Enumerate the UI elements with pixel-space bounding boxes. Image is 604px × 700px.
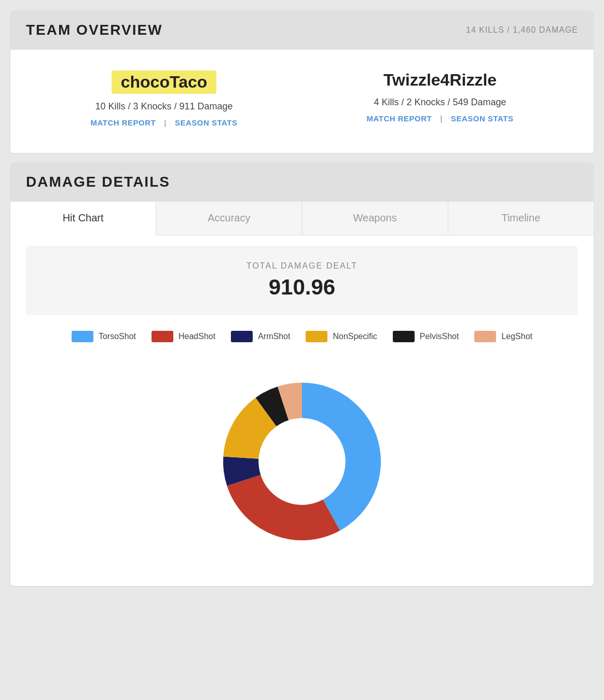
legend-label-nonspecific: NonSpecific bbox=[333, 332, 377, 341]
player-2-links: MATCH REPORT | SEASON STATS bbox=[302, 114, 578, 123]
separator-1: | bbox=[164, 118, 167, 127]
player-2-match-report[interactable]: MATCH REPORT bbox=[367, 114, 432, 123]
player-1-links: MATCH REPORT | SEASON STATS bbox=[26, 118, 302, 127]
legend-label-pelvisshot: PelvisShot bbox=[420, 332, 459, 341]
legend-armshot: ArmShot bbox=[231, 331, 290, 342]
legend-color-headshot bbox=[152, 331, 173, 342]
legend-torsoshot: TorsoShot bbox=[72, 331, 136, 342]
legend-label-torsoshot: TorsoShot bbox=[99, 332, 136, 341]
player-1-match-report[interactable]: MATCH REPORT bbox=[91, 118, 156, 127]
header-stats: 14 KILLS / 1,460 DAMAGE bbox=[466, 25, 578, 35]
page-title: TEAM OVERVIEW bbox=[26, 22, 163, 38]
legend-legshot: LegShot bbox=[474, 331, 532, 342]
legend-label-armshot: ArmShot bbox=[258, 332, 290, 341]
chart-legend: TorsoShot HeadShot ArmShot NonSpecific P… bbox=[26, 331, 578, 342]
player-2-stats: 4 Kills / 2 Knocks / 549 Damage bbox=[302, 97, 578, 108]
team-overview-header: TEAM OVERVIEW 14 KILLS / 1,460 DAMAGE bbox=[10, 10, 594, 50]
separator-2: | bbox=[440, 114, 443, 123]
damage-content: TOTAL DAMAGE DEALT 910.96 TorsoShot Head… bbox=[10, 235, 594, 586]
legend-color-legshot bbox=[474, 331, 496, 342]
team-players: chocoTaco 10 Kills / 3 Knocks / 911 Dama… bbox=[10, 50, 594, 153]
donut-chart bbox=[203, 363, 401, 560]
player-1-season-stats[interactable]: SEASON STATS bbox=[175, 118, 237, 127]
legend-nonspecific: NonSpecific bbox=[306, 331, 377, 342]
legend-color-torsoshot bbox=[72, 331, 93, 342]
player-2: Twizzle4Rizzle 4 Kills / 2 Knocks / 549 … bbox=[302, 71, 578, 127]
total-damage-box: TOTAL DAMAGE DEALT 910.96 bbox=[26, 246, 578, 315]
legend-color-nonspecific bbox=[306, 331, 327, 342]
damage-details-card: DAMAGE DETAILS Hit Chart Accuracy Weapon… bbox=[10, 162, 594, 586]
player-1-name: chocoTaco bbox=[112, 71, 217, 94]
team-overview-card: TEAM OVERVIEW 14 KILLS / 1,460 DAMAGE ch… bbox=[10, 10, 594, 153]
donut-chart-container bbox=[26, 358, 578, 570]
total-damage-label: TOTAL DAMAGE DEALT bbox=[42, 261, 562, 271]
tab-weapons[interactable]: Weapons bbox=[303, 202, 448, 235]
legend-color-armshot bbox=[231, 331, 253, 342]
damage-tabs: Hit Chart Accuracy Weapons Timeline bbox=[10, 202, 594, 235]
player-1-stats: 10 Kills / 3 Knocks / 911 Damage bbox=[26, 101, 302, 112]
tab-timeline[interactable]: Timeline bbox=[448, 202, 594, 235]
total-damage-value: 910.96 bbox=[42, 275, 562, 300]
player-2-name: Twizzle4Rizzle bbox=[383, 71, 497, 90]
player-1: chocoTaco 10 Kills / 3 Knocks / 911 Dama… bbox=[26, 71, 302, 127]
legend-color-pelvisshot bbox=[393, 331, 415, 342]
tab-hit-chart[interactable]: Hit Chart bbox=[10, 202, 156, 235]
legend-label-legshot: LegShot bbox=[501, 332, 532, 341]
tab-accuracy[interactable]: Accuracy bbox=[156, 202, 302, 235]
player-2-season-stats[interactable]: SEASON STATS bbox=[451, 114, 513, 123]
legend-headshot: HeadShot bbox=[152, 331, 215, 342]
legend-pelvisshot: PelvisShot bbox=[393, 331, 459, 342]
donut-hole bbox=[258, 418, 345, 505]
damage-details-header: DAMAGE DETAILS bbox=[10, 162, 594, 202]
damage-details-title: DAMAGE DETAILS bbox=[26, 174, 170, 190]
legend-label-headshot: HeadShot bbox=[179, 332, 215, 341]
